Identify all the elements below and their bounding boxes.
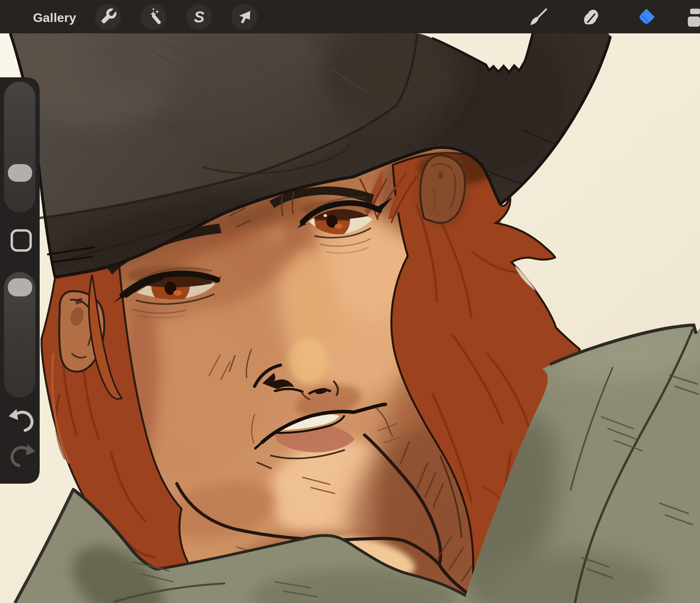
svg-text:Gallery: Gallery bbox=[33, 11, 76, 25]
svg-text:S: S bbox=[194, 8, 205, 26]
